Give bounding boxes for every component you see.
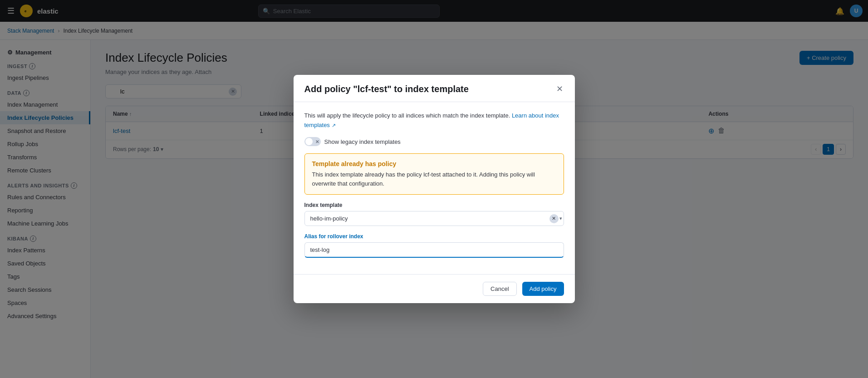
modal-overlay[interactable]: Add policy "lcf-test" to index template … bbox=[0, 0, 868, 378]
select-controls: ✕ ▾ bbox=[549, 214, 562, 223]
modal-close-button[interactable]: ✕ bbox=[555, 84, 564, 94]
select-caret-icon[interactable]: ▾ bbox=[559, 216, 562, 221]
modal-body: This will apply the lifecycle policy to … bbox=[294, 102, 575, 275]
alias-input[interactable] bbox=[304, 242, 564, 258]
index-template-select[interactable] bbox=[304, 211, 564, 226]
external-link-icon: ↗ bbox=[332, 123, 336, 128]
warning-text: This index template already has the poli… bbox=[312, 170, 556, 188]
warning-box: Template already has policy This index t… bbox=[304, 153, 564, 195]
alias-field: Alias for rollover index bbox=[304, 233, 564, 258]
add-policy-button[interactable]: Add policy bbox=[522, 282, 564, 296]
index-template-field: Index template ✕ ▾ bbox=[304, 202, 564, 226]
add-policy-modal: Add policy "lcf-test" to index template … bbox=[294, 75, 575, 304]
index-template-label: Index template bbox=[304, 202, 564, 208]
cancel-button[interactable]: Cancel bbox=[483, 282, 516, 296]
legacy-templates-toggle-row: ✕ Show legacy index templates bbox=[304, 137, 564, 146]
legacy-templates-toggle[interactable]: ✕ bbox=[304, 137, 321, 146]
modal-title: Add policy "lcf-test" to index template bbox=[304, 84, 469, 94]
modal-header: Add policy "lcf-test" to index template … bbox=[294, 75, 575, 102]
select-clear-button[interactable]: ✕ bbox=[549, 214, 559, 223]
toggle-off-icon: ✕ bbox=[315, 139, 319, 144]
modal-description: This will apply the lifecycle policy to … bbox=[304, 111, 564, 130]
index-template-select-wrapper: ✕ ▾ bbox=[304, 211, 564, 226]
toggle-label: Show legacy index templates bbox=[324, 138, 401, 145]
warning-title: Template already has policy bbox=[312, 160, 556, 167]
modal-footer: Cancel Add policy bbox=[294, 274, 575, 303]
alias-label-link[interactable]: Alias for rollover index bbox=[304, 233, 564, 240]
